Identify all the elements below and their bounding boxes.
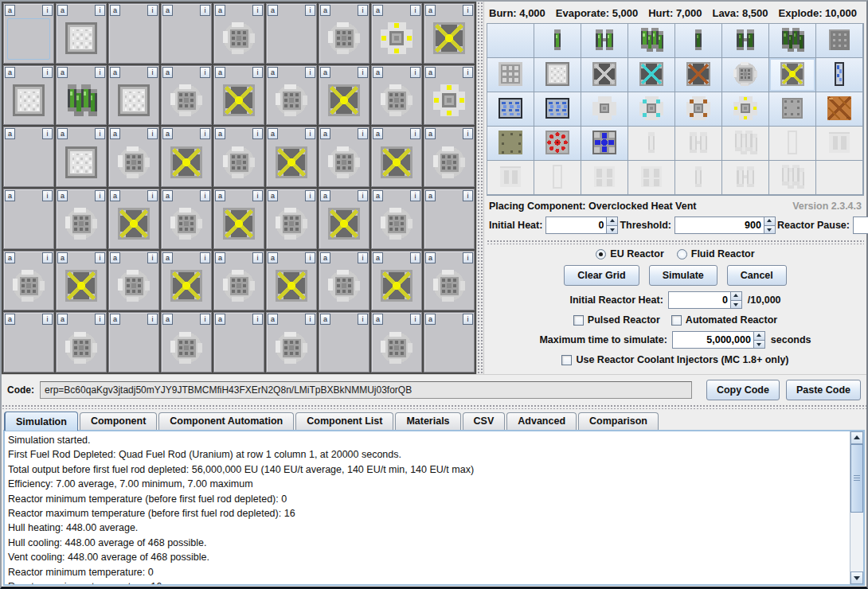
cell-automation-button[interactable]: a [110,67,120,78]
cell-component-slot[interactable] [319,264,369,310]
reactor-cell[interactable]: ai [266,65,317,126]
cell-info-button[interactable]: i [410,252,420,263]
cell-automation-button[interactable]: a [5,5,15,16]
reactor-cell[interactable]: ai [161,312,212,373]
reactor-cell[interactable]: ai [266,189,317,249]
cell-automation-button[interactable]: a [373,5,383,16]
cell-info-button[interactable]: i [252,190,263,201]
cell-automation-button[interactable]: a [268,5,278,16]
cell-component-slot[interactable] [214,17,264,63]
reactor-cell[interactable]: ai [266,312,317,373]
cell-info-button[interactable]: i [305,190,315,201]
cell-info-button[interactable]: i [463,190,473,201]
cell-info-button[interactable]: i [200,314,210,325]
palette-fuel-rod-mox[interactable] [675,24,722,58]
tab-component-automation[interactable]: Component Automation [158,412,294,430]
output-scrollbar[interactable] [850,431,863,584]
cell-info-button[interactable]: i [252,252,263,263]
palette-heat-vent[interactable] [534,58,581,92]
palette-empty-slot[interactable] [487,24,534,58]
reactor-cell[interactable]: ai [3,251,54,311]
palette-fuel-rod-uranium[interactable] [534,24,581,58]
reactor-cell[interactable]: ai [371,189,422,249]
cell-automation-button[interactable]: a [425,252,436,263]
reactor-cell[interactable]: ai [161,251,212,311]
cell-component-slot[interactable] [57,264,106,310]
reactor-cell[interactable]: ai [424,65,475,126]
cell-info-button[interactable]: i [200,190,210,201]
cancel-button[interactable]: Cancel [727,265,787,286]
cell-automation-button[interactable]: a [373,67,383,78]
palette-component-heat-vent[interactable] [722,92,769,127]
cell-automation-button[interactable]: a [373,314,383,325]
reactor-cell[interactable]: ai [3,65,54,126]
palette-heat-exchanger[interactable] [581,58,628,92]
cell-automation-button[interactable]: a [57,67,68,78]
reactor-cell[interactable]: ai [266,127,317,187]
copy-code-button[interactable]: Copy Code [706,380,780,400]
cell-component-slot[interactable] [267,79,316,125]
cell-component-slot[interactable] [267,264,316,310]
max-time-down-button[interactable] [753,341,765,349]
irh-down-button[interactable] [730,301,742,310]
initial-reactor-heat-field[interactable] [668,291,730,309]
reactor-cell[interactable]: ai [371,65,422,126]
cell-automation-button[interactable]: a [320,128,330,139]
reactor-cell[interactable]: ai [108,65,159,126]
tab-materials[interactable]: Materials [395,412,460,430]
cell-automation-button[interactable]: a [320,190,330,201]
cell-info-button[interactable]: i [147,252,158,263]
cell-automation-button[interactable]: a [162,128,173,139]
reactor-cell[interactable]: ai [424,312,475,373]
cell-component-slot[interactable] [4,79,53,125]
initial-heat-down-button[interactable] [606,226,618,235]
cell-automation-button[interactable]: a [320,67,330,78]
cell-component-slot[interactable] [4,264,53,310]
cell-component-slot[interactable] [214,264,264,310]
coolant-injectors-checkbox[interactable] [561,355,572,365]
palette-dual-fuel-rod-mox[interactable] [722,24,769,58]
palette-thick-neutron-reflector[interactable] [487,58,534,92]
reactor-cell[interactable]: ai [424,3,475,64]
cell-automation-button[interactable]: a [110,190,120,201]
cell-component-slot[interactable] [267,202,316,248]
cell-automation-button[interactable]: a [57,5,68,16]
cell-component-slot[interactable] [424,79,474,125]
reactor-cell[interactable]: ai [161,65,212,126]
scroll-down-button[interactable] [850,571,863,584]
reactor-cell[interactable]: ai [108,312,159,373]
cell-info-button[interactable]: i [358,67,368,78]
fluid-reactor-radio[interactable] [677,249,687,259]
cell-info-button[interactable]: i [252,5,263,16]
reactor-cell[interactable]: ai [424,189,475,249]
cell-component-slot[interactable] [267,326,316,372]
cell-automation-button[interactable]: a [215,314,225,325]
cell-component-slot[interactable] [372,202,421,248]
cell-automation-button[interactable]: a [215,128,225,139]
cell-automation-button[interactable]: a [320,5,330,16]
reactor-cell[interactable]: ai [424,251,475,311]
reactor-cell[interactable]: ai [161,3,212,64]
cell-component-slot[interactable] [319,17,369,63]
cell-component-slot[interactable] [214,79,264,125]
cell-info-button[interactable]: i [252,128,263,139]
cell-automation-button[interactable]: a [425,314,436,325]
cell-component-slot[interactable] [162,17,211,63]
cell-automation-button[interactable]: a [57,190,68,201]
reactor-cell[interactable]: ai [108,251,159,311]
tab-advanced[interactable]: Advanced [506,412,577,430]
reactor-cell[interactable]: ai [319,312,369,373]
palette-overclocked-heat-vent[interactable] [769,58,816,92]
cell-component-slot[interactable] [372,326,421,372]
cell-automation-button[interactable]: a [110,252,120,263]
cell-info-button[interactable]: i [95,190,105,201]
cell-info-button[interactable]: i [358,252,368,263]
cell-automation-button[interactable]: a [162,67,173,78]
cell-info-button[interactable]: i [42,190,53,201]
cell-automation-button[interactable]: a [268,67,278,78]
cell-automation-button[interactable]: a [425,128,436,139]
cell-info-button[interactable]: i [147,190,158,201]
cell-automation-button[interactable]: a [5,190,15,201]
cell-automation-button[interactable]: a [268,252,278,263]
palette-component-heat-vent-copper[interactable] [675,92,722,127]
